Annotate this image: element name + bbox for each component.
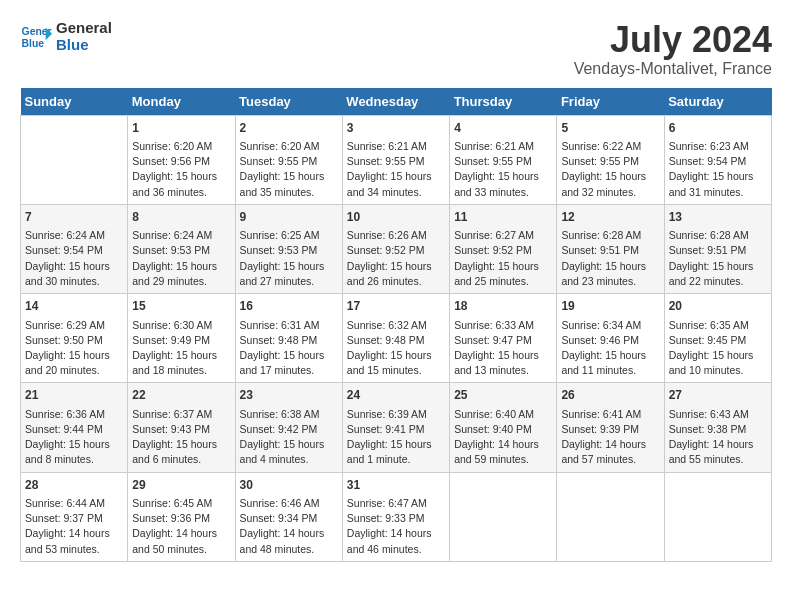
calendar-cell: 18Sunrise: 6:33 AMSunset: 9:47 PMDayligh… (450, 294, 557, 383)
calendar-cell: 1Sunrise: 6:20 AMSunset: 9:56 PMDaylight… (128, 115, 235, 204)
calendar-cell: 10Sunrise: 6:26 AMSunset: 9:52 PMDayligh… (342, 204, 449, 293)
day-info: Sunrise: 6:25 AMSunset: 9:53 PMDaylight:… (240, 228, 338, 289)
day-number: 22 (132, 387, 230, 404)
day-info: Sunrise: 6:21 AMSunset: 9:55 PMDaylight:… (454, 139, 552, 200)
calendar-cell: 25Sunrise: 6:40 AMSunset: 9:40 PMDayligh… (450, 383, 557, 472)
calendar-cell: 6Sunrise: 6:23 AMSunset: 9:54 PMDaylight… (664, 115, 771, 204)
day-number: 6 (669, 120, 767, 137)
day-number: 28 (25, 477, 123, 494)
calendar-cell: 14Sunrise: 6:29 AMSunset: 9:50 PMDayligh… (21, 294, 128, 383)
calendar-cell: 8Sunrise: 6:24 AMSunset: 9:53 PMDaylight… (128, 204, 235, 293)
calendar-cell: 5Sunrise: 6:22 AMSunset: 9:55 PMDaylight… (557, 115, 664, 204)
day-number: 4 (454, 120, 552, 137)
calendar-cell: 2Sunrise: 6:20 AMSunset: 9:55 PMDaylight… (235, 115, 342, 204)
day-info: Sunrise: 6:23 AMSunset: 9:54 PMDaylight:… (669, 139, 767, 200)
day-info: Sunrise: 6:29 AMSunset: 9:50 PMDaylight:… (25, 318, 123, 379)
calendar-cell: 23Sunrise: 6:38 AMSunset: 9:42 PMDayligh… (235, 383, 342, 472)
day-number: 24 (347, 387, 445, 404)
calendar-cell: 26Sunrise: 6:41 AMSunset: 9:39 PMDayligh… (557, 383, 664, 472)
day-info: Sunrise: 6:26 AMSunset: 9:52 PMDaylight:… (347, 228, 445, 289)
calendar-cell: 29Sunrise: 6:45 AMSunset: 9:36 PMDayligh… (128, 472, 235, 561)
day-info: Sunrise: 6:33 AMSunset: 9:47 PMDaylight:… (454, 318, 552, 379)
day-info: Sunrise: 6:20 AMSunset: 9:55 PMDaylight:… (240, 139, 338, 200)
day-info: Sunrise: 6:32 AMSunset: 9:48 PMDaylight:… (347, 318, 445, 379)
calendar-cell: 21Sunrise: 6:36 AMSunset: 9:44 PMDayligh… (21, 383, 128, 472)
day-info: Sunrise: 6:44 AMSunset: 9:37 PMDaylight:… (25, 496, 123, 557)
day-number: 3 (347, 120, 445, 137)
day-info: Sunrise: 6:24 AMSunset: 9:54 PMDaylight:… (25, 228, 123, 289)
calendar-week-1: 1Sunrise: 6:20 AMSunset: 9:56 PMDaylight… (21, 115, 772, 204)
calendar-cell: 15Sunrise: 6:30 AMSunset: 9:49 PMDayligh… (128, 294, 235, 383)
day-info: Sunrise: 6:38 AMSunset: 9:42 PMDaylight:… (240, 407, 338, 468)
calendar-cell (450, 472, 557, 561)
calendar-cell: 11Sunrise: 6:27 AMSunset: 9:52 PMDayligh… (450, 204, 557, 293)
day-number: 13 (669, 209, 767, 226)
calendar-cell (664, 472, 771, 561)
day-number: 25 (454, 387, 552, 404)
calendar-cell: 9Sunrise: 6:25 AMSunset: 9:53 PMDaylight… (235, 204, 342, 293)
day-info: Sunrise: 6:28 AMSunset: 9:51 PMDaylight:… (669, 228, 767, 289)
calendar-header-tuesday: Tuesday (235, 88, 342, 116)
day-info: Sunrise: 6:37 AMSunset: 9:43 PMDaylight:… (132, 407, 230, 468)
day-info: Sunrise: 6:30 AMSunset: 9:49 PMDaylight:… (132, 318, 230, 379)
day-number: 9 (240, 209, 338, 226)
day-number: 21 (25, 387, 123, 404)
day-info: Sunrise: 6:35 AMSunset: 9:45 PMDaylight:… (669, 318, 767, 379)
calendar-cell: 19Sunrise: 6:34 AMSunset: 9:46 PMDayligh… (557, 294, 664, 383)
calendar-header-friday: Friday (557, 88, 664, 116)
day-info: Sunrise: 6:28 AMSunset: 9:51 PMDaylight:… (561, 228, 659, 289)
calendar-cell: 3Sunrise: 6:21 AMSunset: 9:55 PMDaylight… (342, 115, 449, 204)
title-area: July 2024 Vendays-Montalivet, France (574, 20, 772, 78)
day-number: 19 (561, 298, 659, 315)
location-subtitle: Vendays-Montalivet, France (574, 60, 772, 78)
day-info: Sunrise: 6:39 AMSunset: 9:41 PMDaylight:… (347, 407, 445, 468)
day-info: Sunrise: 6:21 AMSunset: 9:55 PMDaylight:… (347, 139, 445, 200)
calendar-cell: 12Sunrise: 6:28 AMSunset: 9:51 PMDayligh… (557, 204, 664, 293)
day-info: Sunrise: 6:40 AMSunset: 9:40 PMDaylight:… (454, 407, 552, 468)
day-number: 23 (240, 387, 338, 404)
calendar-cell (21, 115, 128, 204)
calendar-cell: 20Sunrise: 6:35 AMSunset: 9:45 PMDayligh… (664, 294, 771, 383)
calendar-table: SundayMondayTuesdayWednesdayThursdayFrid… (20, 88, 772, 562)
day-number: 20 (669, 298, 767, 315)
day-info: Sunrise: 6:20 AMSunset: 9:56 PMDaylight:… (132, 139, 230, 200)
calendar-header-monday: Monday (128, 88, 235, 116)
day-info: Sunrise: 6:36 AMSunset: 9:44 PMDaylight:… (25, 407, 123, 468)
calendar-cell: 7Sunrise: 6:24 AMSunset: 9:54 PMDaylight… (21, 204, 128, 293)
svg-text:Blue: Blue (22, 37, 45, 48)
day-number: 17 (347, 298, 445, 315)
logo-line1: General (56, 20, 112, 37)
calendar-cell: 13Sunrise: 6:28 AMSunset: 9:51 PMDayligh… (664, 204, 771, 293)
calendar-cell: 16Sunrise: 6:31 AMSunset: 9:48 PMDayligh… (235, 294, 342, 383)
day-info: Sunrise: 6:24 AMSunset: 9:53 PMDaylight:… (132, 228, 230, 289)
day-info: Sunrise: 6:46 AMSunset: 9:34 PMDaylight:… (240, 496, 338, 557)
day-number: 14 (25, 298, 123, 315)
calendar-week-3: 14Sunrise: 6:29 AMSunset: 9:50 PMDayligh… (21, 294, 772, 383)
calendar-cell: 30Sunrise: 6:46 AMSunset: 9:34 PMDayligh… (235, 472, 342, 561)
day-number: 29 (132, 477, 230, 494)
calendar-cell: 4Sunrise: 6:21 AMSunset: 9:55 PMDaylight… (450, 115, 557, 204)
day-info: Sunrise: 6:41 AMSunset: 9:39 PMDaylight:… (561, 407, 659, 468)
calendar-header-thursday: Thursday (450, 88, 557, 116)
day-info: Sunrise: 6:34 AMSunset: 9:46 PMDaylight:… (561, 318, 659, 379)
calendar-cell (557, 472, 664, 561)
day-number: 30 (240, 477, 338, 494)
logo: General Blue General Blue (20, 20, 112, 53)
day-info: Sunrise: 6:47 AMSunset: 9:33 PMDaylight:… (347, 496, 445, 557)
day-info: Sunrise: 6:43 AMSunset: 9:38 PMDaylight:… (669, 407, 767, 468)
calendar-week-2: 7Sunrise: 6:24 AMSunset: 9:54 PMDaylight… (21, 204, 772, 293)
day-number: 5 (561, 120, 659, 137)
day-info: Sunrise: 6:31 AMSunset: 9:48 PMDaylight:… (240, 318, 338, 379)
logo-icon: General Blue (20, 21, 52, 53)
day-number: 27 (669, 387, 767, 404)
calendar-header-saturday: Saturday (664, 88, 771, 116)
day-number: 12 (561, 209, 659, 226)
day-number: 8 (132, 209, 230, 226)
calendar-cell: 24Sunrise: 6:39 AMSunset: 9:41 PMDayligh… (342, 383, 449, 472)
day-number: 11 (454, 209, 552, 226)
day-number: 31 (347, 477, 445, 494)
calendar-week-5: 28Sunrise: 6:44 AMSunset: 9:37 PMDayligh… (21, 472, 772, 561)
day-number: 16 (240, 298, 338, 315)
day-number: 7 (25, 209, 123, 226)
day-number: 2 (240, 120, 338, 137)
